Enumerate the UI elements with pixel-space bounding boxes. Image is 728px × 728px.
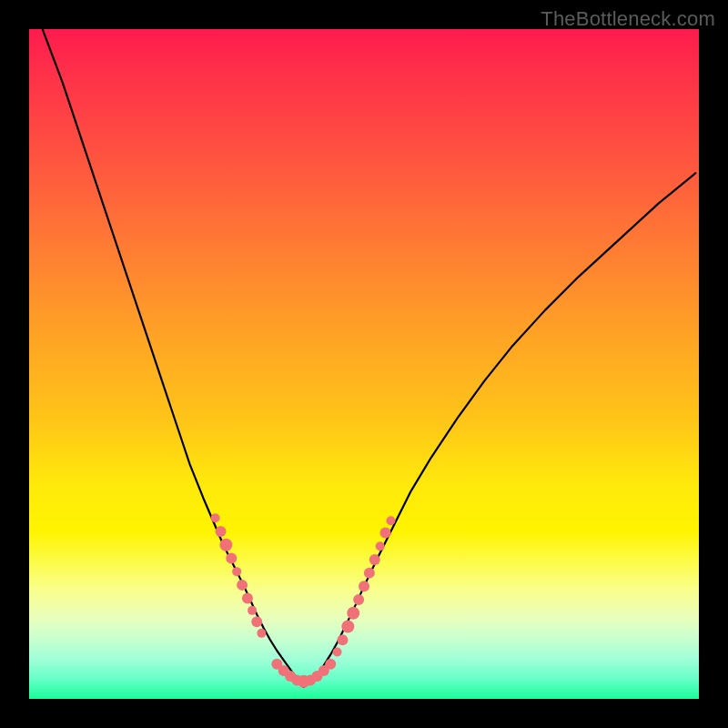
marker-dot: [242, 593, 253, 604]
curve-right-branch: [304, 173, 696, 687]
curve-left-branch: [43, 29, 304, 687]
marker-dot: [337, 634, 348, 645]
marker-dot: [380, 527, 391, 538]
chart-frame: TheBottleneck.com: [0, 0, 728, 728]
marker-dot: [347, 607, 359, 620]
marker-dot: [232, 567, 241, 576]
marker-dot: [376, 541, 385, 551]
marker-dot: [211, 513, 220, 522]
marker-dot: [325, 659, 336, 670]
watermark-text: TheBottleneck.com: [541, 7, 715, 31]
marker-layer: [211, 513, 396, 688]
marker-dot: [219, 539, 232, 551]
marker-dot: [353, 594, 364, 605]
marker-dot: [386, 516, 395, 525]
marker-dot: [369, 554, 380, 565]
marker-dot: [257, 629, 266, 638]
marker-dot: [364, 568, 375, 579]
chart-svg: [29, 29, 699, 699]
marker-dot: [248, 606, 257, 615]
marker-dot: [359, 581, 369, 592]
marker-dot: [237, 580, 248, 591]
marker-dot: [341, 621, 354, 633]
marker-dot: [251, 616, 262, 627]
plot-area: [29, 29, 699, 699]
marker-dot: [333, 647, 342, 656]
marker-dot: [226, 552, 237, 563]
marker-dot: [216, 526, 227, 537]
